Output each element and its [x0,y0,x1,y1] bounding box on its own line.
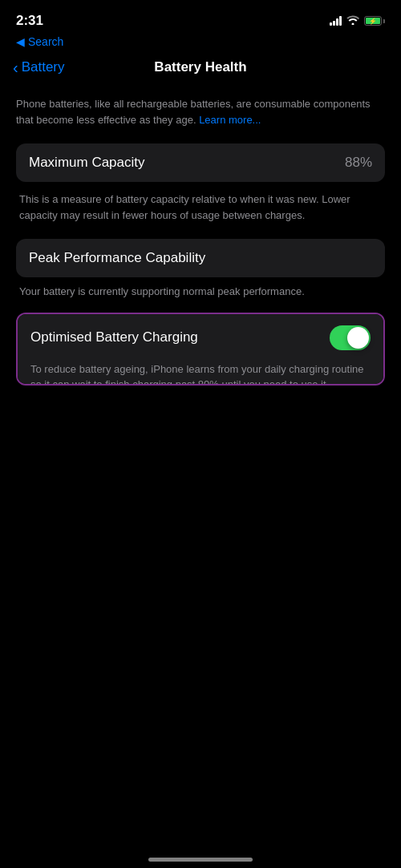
back-button-label: Battery [22,59,65,75]
status-bar: 2:31 ⚡ [0,0,401,35]
maximum-capacity-card: Maximum Capacity 88% [16,143,385,182]
optimised-charging-section: Optimised Battery Charging To reduce bat… [16,313,385,386]
learn-more-link[interactable]: Learn more... [199,114,261,126]
peak-performance-label: Peak Performance Capability [29,250,205,265]
maximum-capacity-value: 88% [345,155,372,171]
maximum-capacity-label: Maximum Capacity [29,155,145,171]
optimised-charging-row: Optimised Battery Charging [30,325,371,350]
nav-header: ‹ Battery Battery Health [0,53,401,88]
search-hint: ◀ Search [0,35,401,53]
toggle-thumb [347,327,369,349]
optimised-charging-card: Optimised Battery Charging [18,314,383,361]
intro-description-text: Phone batteries, like all rechargeable b… [16,98,371,126]
search-back-arrow: ◀ [16,35,25,48]
content-area: Phone batteries, like all rechargeable b… [0,88,401,386]
status-time: 2:31 [16,13,43,29]
search-hint-text: Search [28,35,63,48]
status-icons: ⚡ [330,14,385,27]
peak-performance-description: Your battery is currently supporting nor… [16,284,385,300]
signal-icon [330,16,342,26]
intro-description: Phone batteries, like all rechargeable b… [16,96,385,127]
back-chevron-icon: ‹ [13,59,18,77]
peak-performance-card: Peak Performance Capability [16,239,385,277]
optimised-charging-label: Optimised Battery Charging [30,329,198,345]
home-indicator [148,858,253,862]
battery-charging-icon: ⚡ [364,16,385,26]
optimised-charging-toggle[interactable] [330,325,371,350]
wifi-icon [346,14,359,27]
optimised-charging-description: To reduce battery ageing, iPhone learns … [18,361,383,385]
page-title: Battery Health [16,59,385,75]
back-button[interactable]: ‹ Battery [13,59,65,77]
capacity-row: Maximum Capacity 88% [29,155,372,171]
capacity-description: This is a measure of battery capacity re… [16,192,385,223]
